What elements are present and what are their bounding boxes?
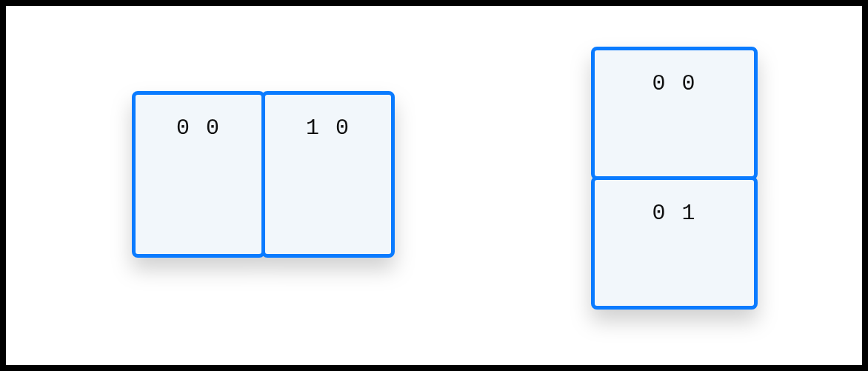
cell-label: 0 0 bbox=[176, 116, 221, 141]
cell-label: 1 0 bbox=[306, 116, 350, 141]
diagram-canvas: 0 0 1 0 0 0 0 1 bbox=[6, 6, 862, 365]
cell-group-vertical: 0 0 0 1 bbox=[591, 47, 758, 310]
grid-cell: 0 1 bbox=[591, 176, 758, 310]
grid-cell: 0 0 bbox=[132, 91, 265, 258]
grid-cell: 0 0 bbox=[591, 47, 758, 180]
grid-cell: 1 0 bbox=[261, 91, 395, 258]
cell-label: 0 0 bbox=[652, 71, 696, 96]
cell-group-horizontal: 0 0 1 0 bbox=[132, 91, 395, 258]
cell-label: 0 1 bbox=[652, 201, 696, 226]
